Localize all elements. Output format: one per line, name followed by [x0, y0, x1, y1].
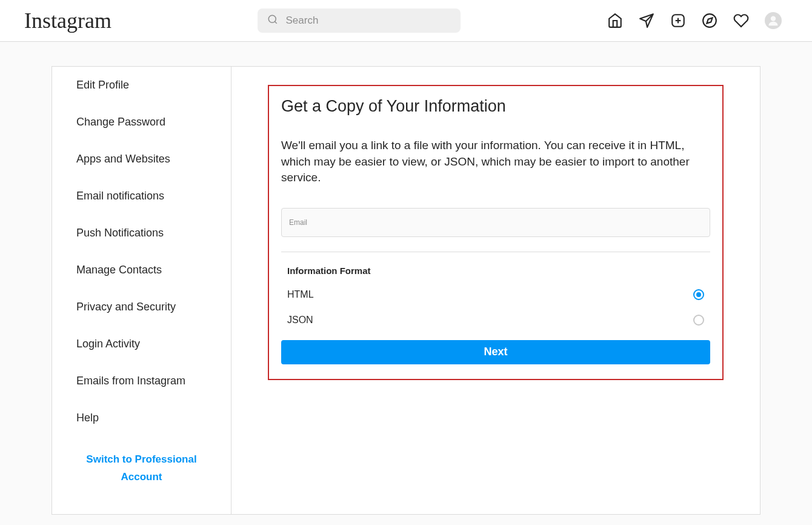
search-box[interactable] [258, 8, 461, 33]
logo[interactable]: Instagram [24, 8, 111, 33]
sidebar-item-email-notifications[interactable]: Email notifications [52, 178, 231, 215]
page: Edit Profile Change Password Apps and We… [52, 42, 760, 515]
activity-icon[interactable] [733, 13, 749, 28]
sidebar-item-edit-profile[interactable]: Edit Profile [52, 67, 231, 104]
svg-line-1 [275, 21, 277, 23]
page-title: Get a Copy of Your Information [281, 97, 710, 116]
svg-point-5 [703, 14, 716, 27]
sidebar-item-privacy-security[interactable]: Privacy and Security [52, 289, 231, 326]
sidebar-item-login-activity[interactable]: Login Activity [52, 326, 231, 363]
divider [281, 252, 710, 252]
svg-marker-6 [707, 18, 712, 23]
sidebar-item-apps-websites[interactable]: Apps and Websites [52, 141, 231, 178]
top-nav-inner: Instagram [24, 8, 788, 33]
highlight-box: Get a Copy of Your Information We'll ema… [268, 85, 724, 380]
switch-professional-link[interactable]: Switch to Professional Account [52, 436, 231, 501]
content-panel: Get a Copy of Your Information We'll ema… [231, 66, 760, 515]
svg-point-0 [269, 15, 276, 22]
format-title: Information Format [287, 266, 710, 276]
search-input[interactable] [285, 15, 451, 27]
format-html-label: HTML [287, 289, 314, 300]
search-icon [267, 14, 278, 27]
explore-icon[interactable] [702, 13, 717, 28]
radio-html[interactable] [693, 289, 704, 300]
email-field[interactable]: Email [281, 208, 710, 237]
avatar[interactable] [765, 12, 782, 29]
sidebar-item-emails-instagram[interactable]: Emails from Instagram [52, 363, 231, 400]
next-button[interactable]: Next [281, 340, 710, 364]
svg-point-7 [771, 16, 776, 21]
format-json-label: JSON [287, 315, 313, 326]
page-description: We'll email you a link to a file with yo… [281, 138, 710, 186]
sidebar-item-change-password[interactable]: Change Password [52, 104, 231, 141]
format-option-html[interactable]: HTML [281, 289, 710, 300]
top-nav: Instagram [0, 0, 812, 42]
nav-icons [607, 12, 788, 29]
search-wrap [258, 8, 461, 33]
sidebar-item-manage-contacts[interactable]: Manage Contacts [52, 252, 231, 289]
new-post-icon[interactable] [670, 13, 686, 28]
home-icon[interactable] [607, 13, 623, 28]
sidebar-item-help[interactable]: Help [52, 400, 231, 436]
settings-sidebar: Edit Profile Change Password Apps and We… [52, 66, 231, 515]
radio-json[interactable] [693, 315, 704, 326]
messenger-icon[interactable] [639, 13, 654, 28]
email-label: Email [289, 218, 702, 227]
sidebar-item-push-notifications[interactable]: Push Notifications [52, 215, 231, 252]
format-option-json[interactable]: JSON [281, 315, 710, 326]
